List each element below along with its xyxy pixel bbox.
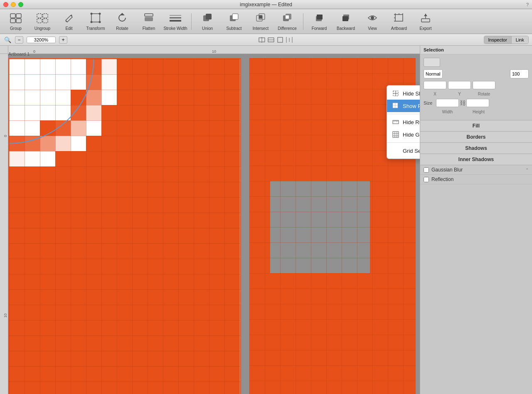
forward-button[interactable]: Forward	[307, 10, 332, 33]
transform-icon	[90, 12, 101, 25]
ruler-tick-v-0: 0	[3, 135, 7, 137]
toolbar-separator-2	[303, 13, 303, 30]
export-icon	[420, 12, 431, 25]
gaussian-blur-label: Gaussian Blur	[431, 167, 463, 173]
rotate-button[interactable]: Rotate	[110, 10, 135, 33]
ungroup-label: Ungroup	[34, 26, 50, 31]
shadows-section[interactable]: Shadows	[420, 143, 532, 154]
zoom-out-button[interactable]: −	[15, 36, 23, 44]
intersect-label: Intersect	[253, 26, 268, 31]
svg-rect-9	[91, 14, 100, 22]
difference-button[interactable]: Difference	[275, 10, 300, 33]
align-icon-1[interactable]	[258, 36, 266, 44]
svg-rect-33	[342, 16, 348, 21]
edit-button[interactable]: Edit	[57, 10, 81, 33]
show-pixels-icon	[392, 102, 399, 110]
svg-marker-14	[120, 13, 125, 15]
close-button[interactable]	[3, 2, 8, 7]
color-row	[424, 58, 529, 67]
menu-item-hide-slices[interactable]: Hide Slices	[387, 87, 420, 100]
height-input[interactable]	[466, 99, 489, 107]
hide-rulers-label: Hide Rulers	[403, 119, 420, 125]
rotate-input[interactable]	[473, 81, 495, 89]
union-button[interactable]: Union	[195, 10, 220, 33]
blend-mode-select[interactable]: Normal	[424, 69, 443, 78]
transform-button[interactable]: Transform	[83, 10, 108, 33]
right-panel: Selection Normal 100	[420, 46, 532, 394]
subtract-icon	[228, 12, 240, 25]
opacity-input[interactable]: 100	[510, 69, 529, 78]
svg-point-10	[91, 13, 93, 15]
borders-section[interactable]: Borders	[420, 132, 532, 143]
view-icon	[367, 12, 378, 25]
search-icon[interactable]: 🔍	[3, 36, 12, 44]
intersect-button[interactable]: Intersect	[248, 10, 273, 33]
svg-rect-3	[16, 19, 21, 23]
menu-item-hide-rulers[interactable]: Hide Rulers	[387, 116, 420, 128]
svg-rect-2	[10, 19, 15, 23]
svg-rect-59	[395, 105, 398, 108]
menu-item-hide-grid[interactable]: Hide Grid	[387, 128, 420, 141]
zoom-in-button[interactable]: +	[59, 36, 67, 44]
grid-settings-icon	[392, 147, 399, 154]
subtract-button[interactable]: Subtract	[222, 10, 246, 33]
color-swatch[interactable]	[424, 58, 440, 67]
help-icon[interactable]: ?	[526, 2, 529, 7]
stroke-width-icon	[168, 12, 183, 25]
fill-section[interactable]: Fill	[420, 120, 532, 132]
ungroup-button[interactable]: Ungroup	[30, 10, 55, 33]
selection-header: Selection	[420, 46, 532, 54]
tab-link[interactable]: Link	[512, 36, 528, 44]
fill-label: Fill	[473, 123, 480, 129]
y-label: Y	[448, 92, 471, 96]
y-input[interactable]	[448, 81, 471, 89]
hide-grid-label: Hide Grid	[403, 132, 420, 138]
artboard-button[interactable]: Artboard	[387, 10, 411, 33]
width-input[interactable]	[436, 99, 459, 107]
stroke-width-button[interactable]: Stroke Width	[163, 10, 188, 33]
group-button[interactable]: Group	[3, 10, 28, 33]
link-icon[interactable]: ⛓	[460, 100, 466, 106]
difference-label: Difference	[278, 26, 296, 31]
xyr-labels-row: X Y Rotate	[424, 92, 529, 96]
reflection-checkbox[interactable]	[424, 177, 429, 182]
inner-shadows-section[interactable]: Inner Shadows	[420, 154, 532, 165]
zoom-value: 3200%	[27, 37, 56, 43]
align-icon-2[interactable]	[267, 36, 275, 44]
ruler-tick-10: 10	[212, 49, 216, 54]
gaussian-blur-stepper[interactable]: ⌃	[525, 168, 529, 172]
flatten-label: Flatten	[143, 26, 155, 31]
tab-inspector[interactable]: Inspector	[484, 36, 512, 44]
canvas-area[interactable]: 0 10 0 10 Artboard 1 Hide Slices	[0, 46, 420, 394]
align-icon-3[interactable]	[276, 36, 284, 44]
shadows-label: Shadows	[465, 145, 487, 151]
ruler-horizontal: 0 10	[8, 46, 420, 54]
show-pixels-label: Show Pixels	[403, 103, 420, 109]
artboard-label: Artboard	[391, 26, 407, 31]
toolbar: Group Ungroup Edit Transform Rotate Flat…	[0, 9, 532, 34]
transform-label: Transform	[86, 26, 105, 31]
minimize-button[interactable]	[11, 2, 16, 7]
borders-label: Borders	[466, 134, 485, 140]
view-label: View	[368, 26, 377, 31]
x-input[interactable]	[424, 81, 446, 89]
gaussian-blur-row: Gaussian Blur ⌃	[420, 165, 532, 175]
svg-rect-5	[43, 14, 48, 18]
maximize-button[interactable]	[18, 2, 23, 7]
xyr-row	[424, 81, 529, 89]
flatten-button[interactable]: Flatten	[136, 10, 161, 33]
gaussian-blur-checkbox[interactable]	[424, 167, 429, 173]
window-controls	[3, 2, 23, 7]
ruler-tick-v-10: 10	[3, 313, 7, 318]
svg-point-11	[99, 13, 101, 15]
svg-rect-49	[278, 37, 283, 42]
menu-item-show-pixels[interactable]: Show Pixels	[387, 100, 420, 112]
menu-item-grid-settings[interactable]: Grid Settings...	[387, 144, 420, 157]
titlebar: imgixexample — Edited ?	[0, 0, 532, 9]
distribute-icon[interactable]	[286, 36, 293, 44]
view-button[interactable]: View	[360, 10, 385, 33]
backward-button[interactable]: Backward	[333, 10, 358, 33]
export-button[interactable]: Export	[413, 10, 438, 33]
svg-rect-23	[232, 14, 238, 20]
svg-rect-26	[259, 15, 262, 19]
